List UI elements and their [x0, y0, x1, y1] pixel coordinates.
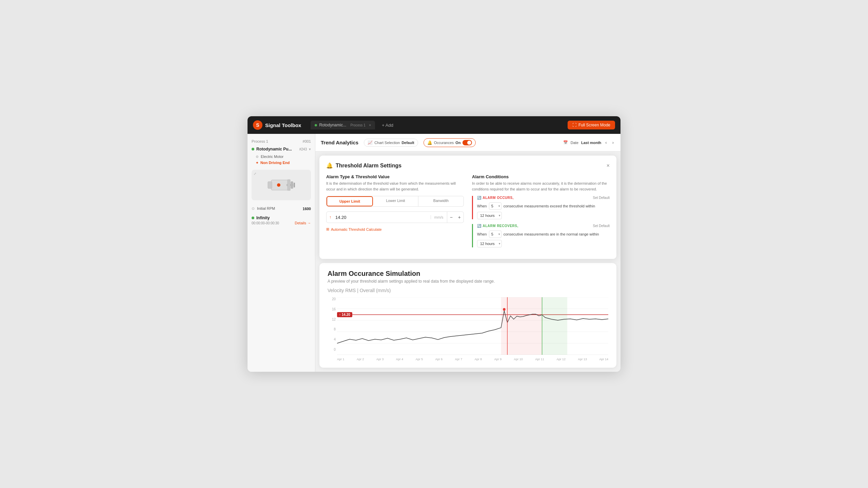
threshold-increase-button[interactable]: + — [455, 215, 463, 220]
session-details-link[interactable]: Details → — [295, 221, 311, 225]
svg-point-17 — [503, 308, 505, 311]
consecutive-count-select[interactable]: 5310 — [489, 202, 501, 210]
simulation-measure: Velocity RMS | Overall (mm/s) — [328, 288, 608, 293]
electric-motor-icon: ⚙ — [256, 155, 259, 159]
alarm-recovers-row: When 5310 consecutive measurements are i… — [477, 230, 610, 247]
sidebar-item-electric-motor[interactable]: ⚙ Electric Motor — [248, 154, 315, 160]
prev-date-button[interactable]: ‹ — [604, 139, 608, 146]
svg-rect-15 — [542, 297, 567, 355]
alarm-recovers-icon: 🔄 — [477, 224, 481, 228]
svg-rect-1 — [268, 182, 272, 188]
threshold-decrease-button[interactable]: − — [447, 215, 455, 220]
simulation-title: Alarm Occurance Simulation — [328, 270, 608, 278]
modal-columns: Alarm Type & Threshold Value It is the d… — [326, 174, 610, 252]
recovers-count-select[interactable]: 5310 — [489, 230, 501, 238]
modal-title: Threshold Alarm Settings — [336, 163, 604, 169]
threshold-badge: ↑ 14.20 — [337, 312, 352, 317]
svg-rect-4 — [288, 180, 290, 190]
sidebar-infinity: Infinity 00:00:00-00:00:30 Details → — [248, 214, 315, 227]
chart-selection-label: Chart Selection — [374, 141, 400, 145]
chart-inner: ↑ 14.20 Apr 1 Apr 2 Apr 3 Apr 4 Apr 5 Ap… — [337, 297, 608, 361]
occurrences-toggle[interactable] — [462, 140, 472, 145]
sidebar-meta: ⊙ Initial RPM 1600 — [248, 204, 315, 214]
alarm-recovers-when-label: When — [477, 232, 487, 236]
alarm-type-section-title: Alarm Type & Threshold Value — [326, 174, 464, 179]
svg-rect-6 — [294, 183, 295, 187]
non-driving-end-label: Non Driving End — [260, 161, 290, 165]
consecutive-exceed-label: consecutive measurements exceed the thre… — [504, 204, 595, 208]
fullscreen-label: Full Screen Mode — [578, 123, 610, 127]
y-label-4: 4 — [328, 338, 336, 341]
x-label-apr12: Apr 12 — [557, 358, 566, 361]
sidebar-item-machine[interactable]: Rotodynamic Pu... #243 ▾ — [248, 145, 315, 154]
auto-threshold-button[interactable]: ⊞ Automatic Threshold Calculate — [326, 227, 464, 231]
alarm-conditions-section-title: Alarm Conditions — [472, 174, 610, 179]
app-title: Signal Toolbox — [265, 122, 301, 128]
y-label-0: 0 — [328, 348, 336, 351]
simulation-desc: A preview of your threshold alarm settin… — [328, 279, 608, 284]
x-label-apr13: Apr 13 — [578, 358, 587, 361]
x-label-apr9: Apr 9 — [494, 358, 502, 361]
calendar-icon: 📅 — [563, 140, 568, 145]
machine-svg — [261, 175, 302, 195]
alarm-occurs-set-default[interactable]: Set Default — [593, 196, 610, 200]
alarm-recovers-block: 🔄 ALARM RECOVERS, Set Default When 5310 — [472, 224, 610, 247]
recovers-normal-label: consecutive measurements are in the norm… — [504, 232, 599, 236]
session-time: 00:00:00-00:00:30 — [252, 221, 279, 225]
rpm-icon: ⊙ — [252, 206, 255, 210]
hours-occurs-select[interactable]: 12 hours6 hours24 hours — [477, 212, 502, 219]
hours-recovers-select[interactable]: 12 hours6 hours24 hours — [477, 240, 502, 247]
alarm-occurs-header: 🔄 ALARM OCCURS, Set Default — [477, 196, 610, 200]
next-date-button[interactable]: › — [611, 139, 615, 146]
infinity-label: Infinity — [256, 216, 270, 220]
chart-svg — [337, 297, 608, 355]
threshold-value-input[interactable] — [334, 212, 431, 223]
sidebar-process-label: Process 1 — [252, 139, 268, 143]
x-axis-labels: Apr 1 Apr 2 Apr 3 Apr 4 Apr 5 Apr 6 Apr … — [337, 356, 608, 361]
x-label-apr4: Apr 4 — [396, 358, 403, 361]
electric-motor-label: Electric Motor — [261, 155, 283, 159]
fullscreen-button[interactable]: ⛶ Full Screen Mode — [568, 121, 615, 129]
alarm-occurs-block: 🔄 ALARM OCCURS, Set Default When 5310 — [472, 196, 610, 219]
panel-toolbar: Trend Analytics 📈 Chart Selection Defaul… — [315, 134, 620, 151]
date-value: Last month — [581, 141, 601, 145]
occurrences-chip[interactable]: 🔔 Occurances On — [423, 138, 476, 147]
x-label-apr1: Apr 1 — [337, 358, 344, 361]
alarm-occurs-row: When 5310 consecutive measurements excee… — [477, 202, 610, 219]
alarm-recovers-set-default[interactable]: Set Default — [593, 224, 610, 228]
right-panel: Trend Analytics 📈 Chart Selection Defaul… — [315, 134, 620, 372]
modal-close-button[interactable]: × — [607, 163, 610, 169]
machine-id: #243 — [299, 147, 307, 151]
hours-occurs-select-wrap: 12 hours6 hours24 hours — [477, 212, 502, 219]
alarm-occurs-tag: 🔄 ALARM OCCURS, — [477, 196, 514, 200]
upper-limit-label: Upper Limit — [339, 199, 360, 203]
x-label-apr6: Apr 6 — [435, 358, 443, 361]
add-tab-button[interactable]: + Add — [379, 121, 396, 129]
svg-rect-5 — [291, 182, 293, 188]
machine-diagram: ⤢ — [252, 170, 311, 200]
chart-selection-value: Default — [401, 141, 414, 145]
sidebar-item-non-driving-end[interactable]: ✦ Non Driving End — [248, 160, 315, 166]
threshold-up-arrow: ↑ — [327, 215, 334, 220]
chart-container: 0 4 8 12 16 20 — [328, 297, 608, 361]
tab-close-button[interactable]: × — [369, 123, 371, 127]
fullscreen-icon: ⛶ — [572, 123, 576, 127]
non-driving-end-icon: ✦ — [256, 161, 258, 165]
occurrences-icon: 🔔 — [427, 140, 432, 145]
active-tab[interactable]: Rotodynamic... Process 1 × — [311, 121, 375, 129]
y-axis: 0 4 8 12 16 20 — [328, 297, 337, 361]
bandwidth-tab[interactable]: Banwidth — [418, 196, 463, 206]
app-wrapper: S Signal Toolbox Rotodynamic... Process … — [248, 116, 620, 372]
alarm-occurs-icon: 🔄 — [477, 196, 481, 200]
x-label-apr14: Apr 14 — [599, 358, 608, 361]
upper-limit-tab[interactable]: Upper Limit — [327, 196, 373, 206]
lower-limit-label: Lower Limit — [386, 199, 405, 203]
threshold-modal: 🔔 Threshold Alarm Settings × Alarm Type … — [319, 156, 616, 259]
machine-expand-icon: ▾ — [309, 147, 311, 151]
lower-limit-tab[interactable]: Lower Limit — [373, 196, 418, 206]
recovers-count-select-wrap: 5310 — [489, 230, 501, 238]
chart-selection-chip[interactable]: 📈 Chart Selection Default — [364, 139, 418, 147]
x-label-apr10: Apr 10 — [514, 358, 523, 361]
date-nav: 📅 Date Last month ‹ › — [563, 139, 615, 146]
y-label-12: 12 — [328, 318, 336, 321]
